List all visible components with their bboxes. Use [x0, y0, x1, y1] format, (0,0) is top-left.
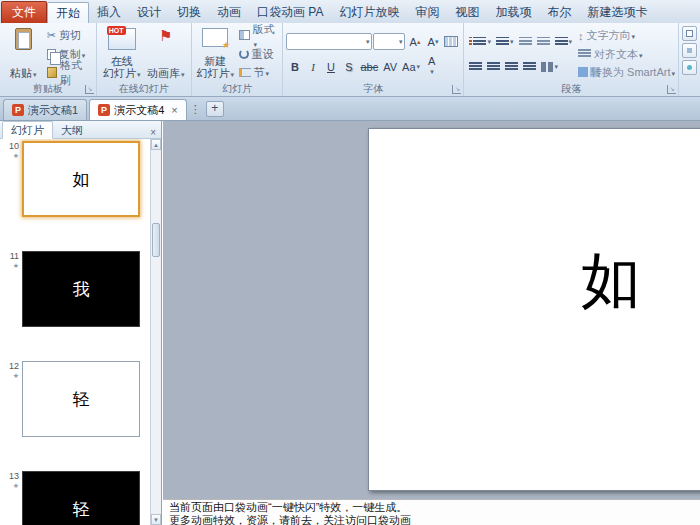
bullets-button[interactable]	[467, 33, 493, 50]
columns-button[interactable]	[539, 58, 560, 75]
reset-button[interactable]: 重设	[236, 46, 280, 63]
format-painter-button[interactable]: 格式刷	[44, 64, 93, 81]
new-document-tab-button[interactable]: +	[206, 101, 224, 117]
font-size-select[interactable]	[373, 33, 405, 50]
align-text-icon	[578, 49, 591, 59]
tab-list-menu-icon[interactable]: ⋮	[190, 103, 201, 116]
close-pane-icon[interactable]: ×	[145, 127, 161, 138]
slide-canvas[interactable]: 如	[368, 128, 700, 491]
ribbon: 粘贴 ✂ 剪切 复制 格式刷	[0, 23, 700, 97]
tab-view[interactable]: 视图	[447, 2, 487, 23]
align-left-icon	[469, 62, 482, 72]
font-dialog-launcher-icon[interactable]	[452, 85, 461, 94]
slide-thumbnail-12[interactable]: 轻	[22, 361, 140, 437]
tab-new-custom-tab[interactable]: 新建选项卡	[579, 2, 655, 23]
tab-animations[interactable]: 动画	[209, 2, 249, 23]
clipboard-dialog-launcher-icon[interactable]	[85, 85, 94, 94]
slide-editing-area[interactable]: 如	[163, 121, 700, 499]
font-name-select[interactable]	[286, 33, 372, 50]
ribbon-group-slides: 新建 幻灯片 版式 重设 节	[192, 23, 284, 96]
section-button[interactable]: 节	[236, 64, 280, 81]
tab-transitions[interactable]: 切换	[169, 2, 209, 23]
paste-icon	[15, 28, 32, 50]
decrease-indent-icon	[519, 37, 532, 47]
text-shadow-button[interactable]: S	[340, 58, 357, 75]
slide-number: 12	[9, 361, 19, 371]
hot-badge: HOT	[107, 26, 126, 35]
character-spacing-button[interactable]: AV	[381, 58, 399, 75]
convert-smartart-button[interactable]: 转换为 SmartArt	[578, 65, 675, 80]
align-right-button[interactable]	[503, 58, 520, 75]
scissors-icon: ✂	[47, 29, 56, 42]
shapes-button[interactable]	[682, 26, 697, 41]
arrange-button[interactable]	[682, 43, 697, 58]
thumbnail-row-10: 10 ★ 如	[0, 141, 150, 221]
tab-home[interactable]: 开始	[47, 2, 89, 23]
text-direction-button[interactable]: ↕ 文字方向	[578, 28, 675, 43]
quick-styles-button[interactable]	[682, 60, 697, 75]
increase-indent-button[interactable]	[535, 33, 552, 50]
slide-text[interactable]: 如	[581, 241, 641, 322]
ribbon-group-clipboard: 粘贴 ✂ 剪切 复制 格式刷	[0, 23, 97, 96]
slide-thumbnail-11[interactable]: 我	[22, 251, 140, 327]
powerpoint-file-icon: P	[98, 104, 110, 116]
tab-review[interactable]: 审阅	[407, 2, 447, 23]
slide-thumbnail-13[interactable]: 轻	[22, 471, 140, 525]
tab-addins[interactable]: 加载项	[487, 2, 539, 23]
online-slides-button[interactable]: HOT 在线 幻灯片	[100, 25, 144, 83]
thumbnail-row-13: 13 ★ 轻	[0, 471, 150, 525]
clear-formatting-button[interactable]	[442, 33, 460, 50]
align-center-icon	[487, 62, 500, 72]
animation-indicator-icon: ★	[13, 481, 19, 491]
plugin-status-bar: 当前页面由口袋动画“一键快闪”特效，一键生成。 更多动画特效，资源，请前去，关注…	[163, 499, 700, 525]
animation-library-button[interactable]: ⚑ 动画库	[144, 25, 188, 83]
underline-button[interactable]: U	[322, 58, 339, 75]
slides-thumbnail-list: 10 ★ 如 11 ★ 我 12 ★	[0, 139, 161, 525]
paste-button[interactable]: 粘贴	[3, 25, 44, 83]
decrease-indent-button[interactable]	[517, 33, 534, 50]
layout-button[interactable]: 版式	[236, 27, 280, 44]
change-case-button[interactable]: Aa	[400, 58, 422, 75]
font-color-button[interactable]: A	[423, 58, 440, 75]
scrollbar-thumb[interactable]	[152, 223, 160, 257]
italic-button[interactable]: I	[304, 58, 321, 75]
scroll-down-icon[interactable]: ▼	[151, 514, 161, 525]
layout-icon	[239, 30, 250, 40]
thumbnail-scrollbar[interactable]: ▲ ▼	[150, 139, 161, 525]
document-tab-presentation1[interactable]: P 演示文稿1	[3, 99, 87, 120]
document-tab-presentation4[interactable]: P 演示文稿4 ×	[89, 99, 187, 120]
tab-slides-thumbnails[interactable]: 幻灯片	[2, 121, 53, 139]
numbering-button[interactable]	[494, 33, 516, 50]
align-left-button[interactable]	[467, 58, 484, 75]
new-slide-button[interactable]: 新建 幻灯片	[195, 25, 236, 83]
tab-file[interactable]: 文件	[1, 1, 47, 23]
shrink-font-button[interactable]: A	[424, 33, 441, 50]
paragraph-group-label: 段落	[464, 83, 678, 96]
tab-slideshow[interactable]: 幻灯片放映	[331, 2, 407, 23]
close-document-icon[interactable]: ×	[171, 104, 177, 116]
strikethrough-button[interactable]: abc	[358, 58, 380, 75]
slides-panel-header: 幻灯片 大纲 ×	[0, 121, 161, 139]
grow-font-button[interactable]: A	[406, 33, 423, 50]
scroll-up-icon[interactable]: ▲	[151, 139, 161, 150]
clipboard-group-label: 剪贴板	[0, 83, 96, 96]
tab-pocket-animation[interactable]: 口袋动画 PA	[249, 2, 331, 23]
text-direction-icon: ↕	[578, 30, 584, 42]
cut-button[interactable]: ✂ 剪切	[44, 27, 93, 44]
align-center-button[interactable]	[485, 58, 502, 75]
ribbon-group-font: A A B I U S abc AV Aa A 字体	[283, 23, 464, 96]
tab-buer[interactable]: 布尔	[539, 2, 579, 23]
tab-design[interactable]: 设计	[129, 2, 169, 23]
slide-thumbnail-10[interactable]: 如	[22, 141, 140, 217]
bold-button[interactable]: B	[286, 58, 303, 75]
status-line-2: 更多动画特效，资源，请前去，关注访问口袋动画	[169, 514, 694, 525]
tab-outline[interactable]: 大纲	[53, 122, 91, 138]
paragraph-dialog-launcher-icon[interactable]	[667, 85, 676, 94]
align-text-button[interactable]: 对齐文本	[578, 47, 675, 62]
line-spacing-button[interactable]	[553, 33, 575, 50]
tab-insert[interactable]: 插入	[89, 2, 129, 23]
online-slides-icon: HOT	[108, 28, 136, 50]
justify-button[interactable]	[521, 58, 538, 75]
section-icon	[239, 68, 251, 77]
powerpoint-file-icon: P	[12, 104, 24, 116]
